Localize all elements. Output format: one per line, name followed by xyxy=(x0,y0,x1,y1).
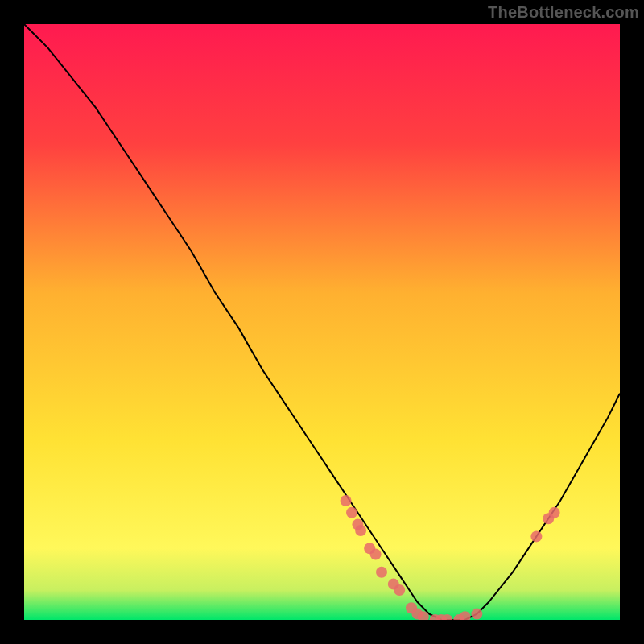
benchmark-point xyxy=(376,567,387,578)
gradient-background xyxy=(24,24,620,620)
watermark-text: TheBottleneck.com xyxy=(488,3,639,22)
benchmark-point xyxy=(549,507,560,518)
benchmark-point xyxy=(370,549,382,560)
benchmark-point xyxy=(471,609,482,620)
bottleneck-chart xyxy=(24,24,620,620)
benchmark-point xyxy=(355,525,366,536)
chart-container: TheBottleneck.com xyxy=(0,0,644,644)
benchmark-point xyxy=(346,507,357,518)
benchmark-point xyxy=(394,584,405,596)
benchmark-point xyxy=(530,530,542,542)
benchmark-point xyxy=(341,495,352,506)
